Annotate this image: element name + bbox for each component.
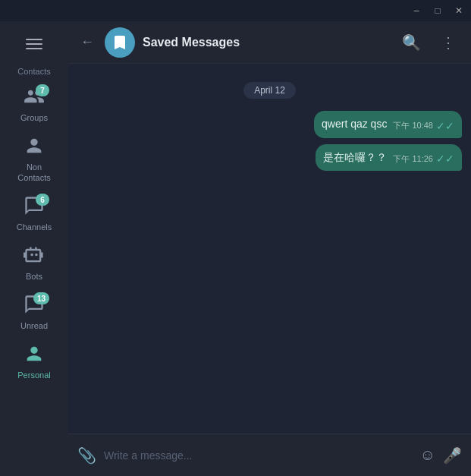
search-icon[interactable]: 🔍: [396, 30, 427, 55]
non-contacts-label: NonContacts: [17, 162, 50, 182]
date-badge: April 12: [243, 82, 296, 99]
titlebar: – □ ✕: [0, 0, 471, 21]
message-text-1: qwert qaz qsc: [322, 117, 387, 132]
sidebar-item-channels[interactable]: 6 Channels: [4, 189, 64, 237]
menu-button[interactable]: [15, 27, 53, 61]
message-input[interactable]: [104, 449, 413, 462]
channels-badge: 6: [36, 194, 49, 206]
close-button[interactable]: ✕: [453, 5, 465, 16]
sidebar-item-personal[interactable]: Personal: [4, 337, 64, 385]
sidebar-item-non-contacts[interactable]: NonContacts: [4, 129, 64, 187]
attach-icon[interactable]: 📎: [77, 446, 96, 465]
bots-icon-wrap: [19, 243, 49, 270]
read-ticks-2: ✓✓: [436, 153, 454, 165]
bot-icon: [24, 244, 45, 269]
person-icon: [24, 135, 45, 159]
minimize-button[interactable]: –: [410, 5, 422, 16]
non-contacts-icon-wrap: [19, 134, 49, 161]
sidebar-item-bots[interactable]: Bots: [4, 238, 64, 286]
sidebar-item-groups[interactable]: 7 Groups: [4, 80, 64, 128]
message-meta-2: 下午 11:26 ✓✓: [393, 153, 454, 165]
date-divider: April 12: [77, 82, 462, 99]
bots-label: Bots: [26, 272, 42, 282]
emoji-icon[interactable]: ☺: [420, 446, 435, 464]
personal-label: Personal: [17, 370, 50, 380]
sidebar: Contacts 7 Groups NonContacts: [0, 21, 68, 476]
chat-title: Saved Messages: [143, 36, 388, 49]
contacts-label: Contacts: [17, 67, 50, 77]
personal-icon: [24, 343, 45, 367]
personal-icon-wrap: [19, 342, 49, 369]
main-layout: Contacts 7 Groups NonContacts: [0, 21, 471, 476]
messages-area: April 12 qwert qaz qsc 下午 10:48 ✓✓ 是在哈囉？…: [68, 64, 471, 433]
unread-badge: 13: [33, 292, 49, 304]
message-text-2: 是在哈囉？？: [323, 150, 387, 165]
message-bubble-2: 是在哈囉？？ 下午 11:26 ✓✓: [316, 144, 462, 172]
read-ticks-1: ✓✓: [436, 120, 454, 132]
unread-label: Unread: [20, 321, 48, 331]
message-time-1: 下午 10:48: [393, 120, 433, 131]
chat-header: ← Saved Messages 🔍 ⋮: [68, 21, 471, 64]
maximize-button[interactable]: □: [432, 5, 444, 16]
message-row-2: 是在哈囉？？ 下午 11:26 ✓✓: [77, 144, 462, 172]
groups-icon-wrap: 7: [19, 84, 49, 112]
input-area: 📎 ☺ 🎤: [68, 433, 471, 476]
message-row: qwert qaz qsc 下午 10:48 ✓✓: [77, 111, 462, 138]
unread-icon-wrap: 13: [19, 292, 49, 320]
channels-icon-wrap: 6: [19, 194, 49, 221]
message-meta-1: 下午 10:48 ✓✓: [393, 120, 454, 132]
back-button[interactable]: ←: [77, 31, 97, 53]
sidebar-item-unread[interactable]: 13 Unread: [4, 288, 64, 336]
groups-label: Groups: [20, 113, 48, 123]
message-time-2: 下午 11:26: [393, 153, 433, 165]
message-bubble-1: qwert qaz qsc 下午 10:48 ✓✓: [314, 111, 462, 138]
avatar: [105, 27, 135, 58]
groups-badge: 7: [36, 84, 49, 96]
more-options-icon[interactable]: ⋮: [435, 30, 462, 55]
mic-icon[interactable]: 🎤: [443, 446, 462, 465]
hamburger-icon: [26, 39, 42, 49]
chat-area: ← Saved Messages 🔍 ⋮ April 12 qwert qaz …: [68, 21, 471, 476]
channels-label: Channels: [17, 222, 52, 232]
